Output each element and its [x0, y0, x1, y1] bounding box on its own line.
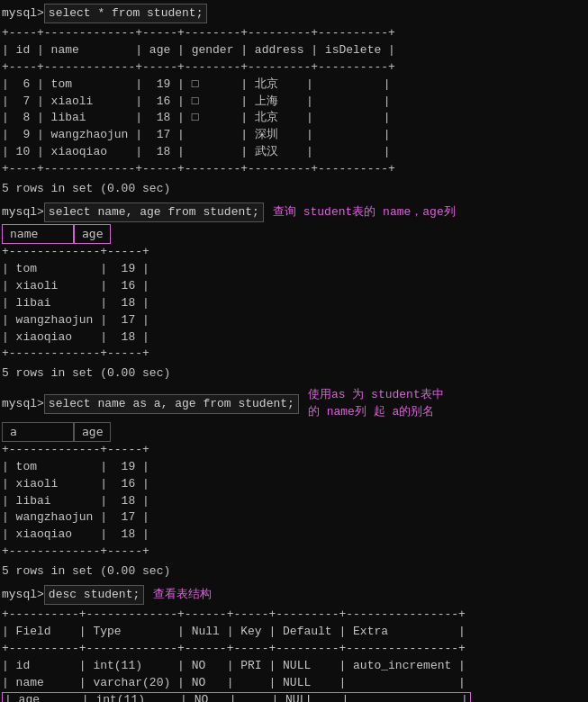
- prompt-line-3: mysql> select name as a, age from studen…: [2, 387, 586, 419]
- prompt-line-1: mysql> select * from student;: [2, 4, 586, 23]
- prompt-line-4: mysql> desc student; 查看表结构: [2, 585, 586, 605]
- section-query3: mysql> select name as a, age from studen…: [2, 387, 586, 580]
- section-query2: mysql> select name, age from student; 查询…: [2, 202, 586, 382]
- prompt-label-4: mysql>: [2, 587, 44, 603]
- table-1: +----+-------------+-----+--------+-----…: [2, 25, 586, 178]
- table-3-data: +-------------+-----+ | tom | 19 | | xia…: [2, 442, 586, 561]
- sql-box-2: select name, age from student;: [44, 202, 264, 222]
- result-2: 5 rows in set (0.00 sec): [2, 365, 586, 382]
- prompt-label-3: mysql>: [2, 396, 44, 412]
- prompt-label-2: mysql>: [2, 204, 44, 220]
- prompt-arrow-1: >: [37, 6, 44, 20]
- col-header-a: a: [2, 422, 74, 442]
- col-header-name: name: [2, 224, 74, 244]
- comment-4: 查看表结构: [153, 587, 212, 603]
- sql-box-1: select * from student;: [44, 4, 208, 23]
- sql-box-4: desc student;: [44, 585, 144, 605]
- table-4: +----------+-------------+------+-----+-…: [2, 607, 586, 702]
- col-header-age-3: age: [74, 422, 111, 442]
- terminal: mysql> select * from student; +----+----…: [0, 0, 588, 702]
- prompt-line-2: mysql> select name, age from student; 查询…: [2, 202, 586, 222]
- prompt-label-1: mysql>: [2, 5, 44, 22]
- table-2-data: +-------------+-----+ | tom | 19 | | xia…: [2, 244, 149, 363]
- result-3: 5 rows in set (0.00 sec): [2, 563, 586, 580]
- section-query4: mysql> desc student; 查看表结构 +----------+-…: [2, 585, 586, 702]
- comment-2: 查询 student表的 name，age列: [273, 204, 456, 220]
- result-1: 5 rows in set (0.00 sec): [2, 181, 586, 197]
- col-header-age: age: [74, 224, 111, 244]
- comment-3: 使用as 为 student表中 的 name列 起 a的别名: [308, 387, 444, 419]
- section-query1: mysql> select * from student; +----+----…: [2, 4, 586, 197]
- sql-box-3: select name as a, age from student;: [44, 394, 299, 414]
